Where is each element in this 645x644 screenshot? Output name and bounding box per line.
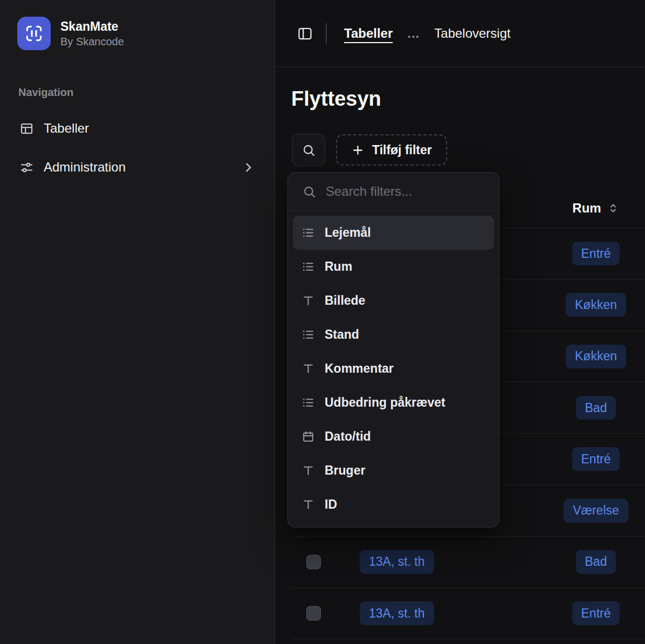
rum-badge: Bad xyxy=(576,396,616,420)
column-header-label: Rum xyxy=(572,201,601,216)
text-icon xyxy=(301,498,315,511)
sort-icon[interactable] xyxy=(607,202,620,215)
breadcrumb-current: Tabeloversigt xyxy=(434,26,510,41)
chevron-right-icon xyxy=(242,161,255,174)
plus-icon xyxy=(351,143,365,157)
filter-option-bruger[interactable]: Bruger xyxy=(293,454,494,488)
rum-badge: Entré xyxy=(572,601,620,625)
filter-option-label: Stand xyxy=(325,327,359,342)
rum-badge: Køkken xyxy=(566,345,626,368)
rum-badge: Køkken xyxy=(566,293,626,317)
search-icon xyxy=(302,184,317,199)
panel-icon xyxy=(297,25,313,42)
topbar: Tabeller ... Tabeloversigt xyxy=(276,0,645,67)
breadcrumb-tabeller-link[interactable]: Tabeller xyxy=(344,26,393,41)
list-icon xyxy=(301,396,315,409)
filter-option-label: ID xyxy=(325,497,337,512)
filter-option-lejemaal[interactable]: Lejemål xyxy=(293,216,494,250)
rum-badge: Entré xyxy=(572,242,620,265)
column-header-rum[interactable]: Rum xyxy=(539,201,645,216)
table-row: 13A, st. th Entré xyxy=(291,588,645,639)
filter-option-label: Udbedring påkrævet xyxy=(325,395,445,410)
brand-name: SkanMate xyxy=(60,19,124,34)
table-row: 13A, st. th Bad xyxy=(291,537,645,588)
list-icon xyxy=(301,328,315,341)
filter-option-udbedring[interactable]: Udbedring påkrævet xyxy=(293,386,494,420)
filter-option-label: Dato/tid xyxy=(325,429,371,444)
brand-byline: By Skancode xyxy=(60,36,124,48)
brand: SkanMate By Skancode xyxy=(17,17,124,50)
sidebar-toggle-button[interactable] xyxy=(296,24,314,43)
sidebar-item-label: Administration xyxy=(44,160,126,175)
filter-option-label: Billede xyxy=(325,293,365,308)
nav-section-label: Navigation xyxy=(18,86,73,99)
sliders-icon xyxy=(19,160,34,175)
search-button[interactable] xyxy=(292,134,325,166)
toolbar: Tilføj filter xyxy=(292,134,447,166)
lejemaal-link[interactable]: 13A, st. th xyxy=(360,550,434,574)
sidebar-item-administration[interactable]: Administration xyxy=(12,152,263,182)
lejemaal-link[interactable]: 13A, st. th xyxy=(360,601,434,625)
row-checkbox[interactable] xyxy=(306,554,321,569)
rum-badge: Værelse xyxy=(564,499,628,523)
table-icon xyxy=(19,121,34,136)
app-window: SkanMate By Skancode Navigation Tabeller… xyxy=(0,0,645,644)
list-icon xyxy=(301,226,315,239)
rum-badge: Bad xyxy=(576,550,616,574)
sidebar-item-tabeller[interactable]: Tabeller xyxy=(12,113,263,143)
filter-option-datotid[interactable]: Dato/tid xyxy=(293,420,494,454)
sidebar-item-label: Tabeller xyxy=(44,121,89,136)
list-icon xyxy=(301,260,315,273)
skanmate-logo-icon xyxy=(17,17,51,50)
filter-option-stand[interactable]: Stand xyxy=(293,318,494,352)
text-icon xyxy=(301,362,315,375)
filter-option-rum[interactable]: Rum xyxy=(293,250,494,284)
calendar-icon xyxy=(301,430,315,443)
filter-option-label: Kommentar xyxy=(325,361,394,376)
filter-options-list: Lejemål Rum Billede Stand Kommentar Udbe… xyxy=(288,211,499,526)
filter-option-label: Rum xyxy=(325,259,352,274)
filter-option-id[interactable]: ID xyxy=(293,488,494,522)
add-filter-label: Tilføj filter xyxy=(372,143,432,157)
filter-option-billede[interactable]: Billede xyxy=(293,284,494,318)
topbar-divider xyxy=(326,23,327,44)
filter-option-label: Lejemål xyxy=(325,225,371,240)
brand-text: SkanMate By Skancode xyxy=(60,19,124,48)
page-title: Flyttesyn xyxy=(291,87,381,111)
row-checkbox[interactable] xyxy=(306,606,321,621)
breadcrumb-ellipsis[interactable]: ... xyxy=(407,26,420,41)
filter-search-row xyxy=(288,173,499,211)
rum-badge: Entré xyxy=(572,447,620,471)
sidebar: SkanMate By Skancode Navigation Tabeller… xyxy=(0,0,275,644)
filter-option-kommentar[interactable]: Kommentar xyxy=(293,352,494,386)
add-filter-button[interactable]: Tilføj filter xyxy=(336,134,447,166)
search-icon xyxy=(301,143,316,157)
text-icon xyxy=(301,464,315,477)
text-icon xyxy=(301,294,315,307)
filter-dropdown: Lejemål Rum Billede Stand Kommentar Udbe… xyxy=(287,172,499,527)
filter-search-input[interactable] xyxy=(326,184,493,199)
filter-option-label: Bruger xyxy=(325,463,365,478)
